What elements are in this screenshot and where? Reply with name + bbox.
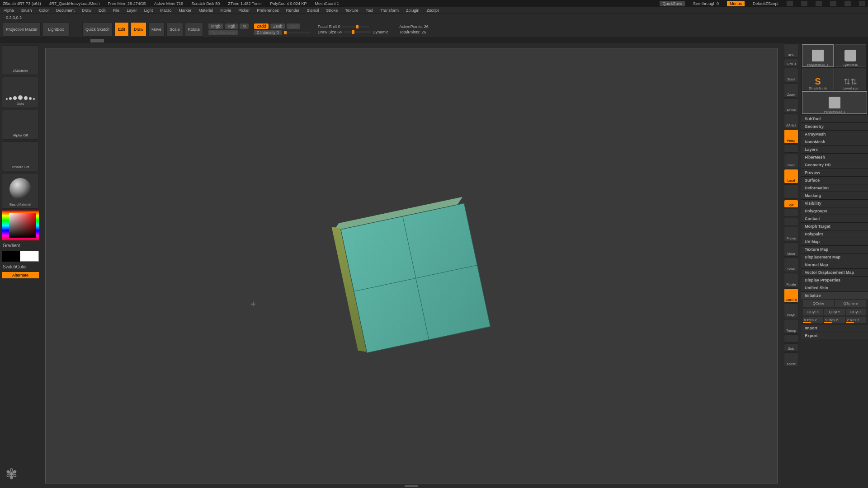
panel-fibermesh[interactable]: FiberMesh <box>801 153 868 161</box>
rgb-intensity-slider[interactable]: Rgb Intensity <box>208 30 238 35</box>
menu-brush[interactable]: Brush <box>21 8 32 13</box>
panel-visibility[interactable]: Visibility <box>801 199 868 207</box>
panel-subtool[interactable]: SubTool <box>801 115 868 122</box>
panel-vectordisp[interactable]: Vector Displacement Map <box>801 268 868 276</box>
menu-marker[interactable]: Marker <box>179 8 191 13</box>
seethrough-slider[interactable]: See-through 0 <box>693 1 719 6</box>
menu-zscript[interactable]: Zscript <box>427 8 439 13</box>
tool-thumb[interactable]: PolyMesh3D_1 <box>802 44 834 67</box>
menu-movie[interactable]: Movie <box>220 8 231 13</box>
panel-displayprops[interactable]: Display Properties <box>801 276 868 284</box>
maximize-icon[interactable] <box>844 1 851 6</box>
panel-normalmap[interactable]: Normal Map <box>801 261 868 268</box>
menu-stroke[interactable]: Stroke <box>326 8 338 13</box>
panel-uvmap[interactable]: UV Map <box>801 238 868 245</box>
panel-layers[interactable]: Layers <box>801 145 868 153</box>
qsphere-button[interactable]: QSphere <box>835 300 866 307</box>
vp-rotate-button[interactable]: Rotate <box>784 273 798 287</box>
panel-import[interactable]: Import <box>801 324 868 332</box>
menu-draw[interactable]: Draw <box>82 8 91 13</box>
menu-transform[interactable]: Transform <box>380 8 399 13</box>
menus-button[interactable]: Menus <box>727 1 745 6</box>
panel-geometryhd[interactable]: Geometry HD <box>801 161 868 169</box>
aahalf-button[interactable]: AAHalf <box>784 114 798 128</box>
mrgb-toggle[interactable]: Mrgb <box>208 23 223 29</box>
solo-button[interactable]: Solo <box>784 343 798 352</box>
quick-sketch-button[interactable]: Quick Sketch <box>82 22 113 37</box>
lightbox-button[interactable]: LightBox <box>42 22 70 37</box>
focal-shift-label[interactable]: Focal Shift 0 <box>318 24 340 29</box>
texture-selector[interactable]: Texture Off <box>2 141 39 171</box>
yres-slider[interactable]: Y Res 2 <box>824 317 844 323</box>
material-selector[interactable]: BasicMaterial <box>2 173 39 209</box>
tool-thumb[interactable]: ⇅⇅LowerLegs <box>835 68 866 90</box>
zsub-toggle[interactable]: Zsub <box>270 23 285 29</box>
canvas-grip-icon[interactable] <box>405 485 418 487</box>
color-swatches[interactable] <box>2 251 39 262</box>
menu-picker[interactable]: Picker <box>238 8 250 13</box>
vp-move-button[interactable]: Move <box>784 242 798 257</box>
zcut-toggle[interactable]: Zcut <box>287 23 300 29</box>
panel-polypaint[interactable]: Polypaint <box>801 230 868 238</box>
menu-color[interactable]: Color <box>39 8 49 13</box>
spix-slider[interactable]: SPix 3 <box>784 59 798 67</box>
quicksave-button[interactable]: QuickSave <box>660 1 685 6</box>
xres-slider[interactable]: X Res 2 <box>803 317 823 323</box>
z-intensity-slider[interactable]: Z Intensity 0 <box>254 30 282 35</box>
rot-button[interactable] <box>784 184 798 199</box>
default-zscript[interactable]: DefaultZScript <box>753 1 778 6</box>
brush-selector[interactable]: ZModeler <box>2 45 39 75</box>
tool-thumb[interactable]: SSimpleBrush <box>802 68 834 90</box>
zoom-button[interactable]: Zoom <box>784 83 798 98</box>
bpr-button[interactable]: BPR <box>784 43 798 58</box>
panel-morphtarget[interactable]: Morph Target <box>801 222 868 230</box>
tool-thumb-active[interactable]: PolyMesh3D_1 <box>802 91 867 114</box>
color-picker[interactable] <box>2 211 39 240</box>
gradient-toggle[interactable]: Gradient <box>2 242 39 249</box>
panel-nanomesh[interactable]: NanoMesh <box>801 138 868 145</box>
edit-button[interactable]: Edit <box>114 22 129 37</box>
rotate-button[interactable]: Rotate <box>185 22 203 37</box>
projection-master-button[interactable]: Projection Master <box>3 22 41 37</box>
switch-color-button[interactable]: SwitchColor <box>2 263 39 270</box>
panel-preview[interactable]: Preview <box>801 169 868 176</box>
panel-deformation[interactable]: Deformation <box>801 184 868 192</box>
minimize-icon[interactable] <box>830 1 836 6</box>
menu-texture[interactable]: Texture <box>345 8 359 13</box>
dynamic-toggle[interactable]: Dynamic <box>373 30 388 34</box>
viewport-canvas[interactable]: ✛ <box>45 48 778 483</box>
zres-slider[interactable]: Z Res 2 <box>846 317 866 323</box>
window-icon[interactable] <box>816 1 822 6</box>
persp-button[interactable]: Persp <box>784 129 798 144</box>
z-intensity-track[interactable] <box>283 32 311 33</box>
vp-scale-button[interactable]: Scale <box>784 258 798 272</box>
alternate-button[interactable]: Alternate <box>2 272 39 278</box>
tool-thumb[interactable]: Cylinder3D <box>835 44 866 67</box>
menu-material[interactable]: Material <box>198 8 213 13</box>
menu-stencil[interactable]: Stencil <box>307 8 319 13</box>
menu-file[interactable]: File <box>113 8 120 13</box>
move-button[interactable]: Move <box>148 22 165 37</box>
zoom-out-button[interactable] <box>784 218 798 226</box>
panel-displacement[interactable]: Displacement Map <box>801 253 868 261</box>
draw-size-label[interactable]: Draw Size 64 <box>318 30 342 34</box>
qcube-button[interactable]: QCube <box>803 300 834 307</box>
menu-preferences[interactable]: Preferences <box>257 8 279 13</box>
scroll-button[interactable]: Scroll <box>784 68 798 82</box>
qcylx-button[interactable]: QCyl X <box>803 309 823 315</box>
menu-tool[interactable]: Tool <box>366 8 373 13</box>
center-button[interactable] <box>784 209 798 217</box>
window-icon[interactable] <box>801 1 807 6</box>
ghost-button[interactable] <box>784 334 798 343</box>
menu-light[interactable]: Light <box>144 8 153 13</box>
xyz-button[interactable]: xyz <box>784 200 798 208</box>
panel-arraymesh[interactable]: ArrayMesh <box>801 130 868 138</box>
xpose-button[interactable]: Xpose <box>784 352 798 367</box>
panel-export[interactable]: Export <box>801 332 868 339</box>
menu-macro[interactable]: Macro <box>160 8 171 13</box>
floor-button[interactable]: Floor <box>784 154 798 168</box>
panel-texturemap[interactable]: Texture Map <box>801 245 868 253</box>
focal-shift-track[interactable] <box>342 26 369 28</box>
transp-button[interactable]: Transp <box>784 319 798 333</box>
draw-button[interactable]: Draw <box>131 22 146 37</box>
